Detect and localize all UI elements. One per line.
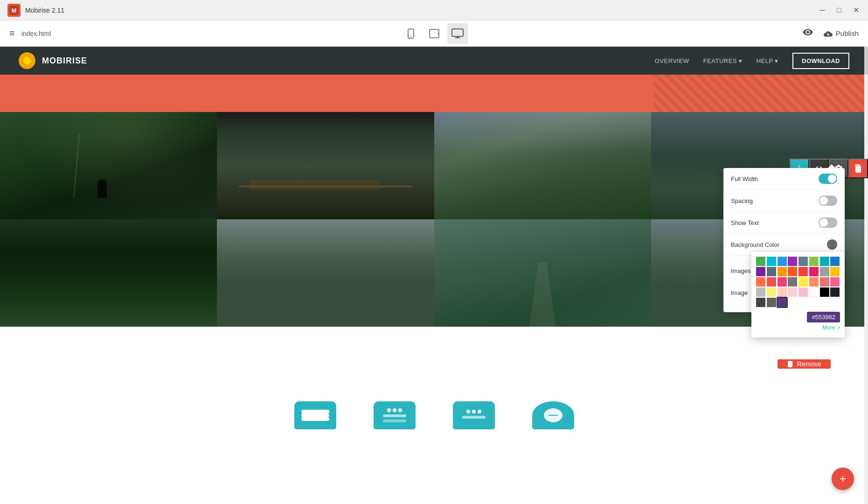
color-swatch-lightrose[interactable] (788, 287, 797, 297)
color-hex-row: #553982 (756, 310, 840, 322)
color-swatch-teal[interactable] (767, 257, 776, 266)
remove-block-button[interactable]: Remove (778, 359, 831, 369)
photo-cell-2 (217, 112, 434, 219)
photo-cell-3 (434, 112, 651, 219)
title-bar: M Mobirise 2.11 ─ □ ✕ (0, 0, 868, 21)
color-swatch-black[interactable] (820, 287, 829, 297)
color-swatch-cyan[interactable] (820, 257, 829, 266)
color-swatch-deeporange[interactable] (788, 267, 797, 276)
hamburger-menu-button[interactable]: ≡ (9, 28, 15, 39)
desktop-view-button[interactable] (447, 23, 468, 44)
color-swatch-blue[interactable] (778, 257, 787, 266)
photo-cell-7 (434, 219, 651, 327)
showtext-toggle[interactable] (819, 217, 837, 228)
file-name-label: index.html (21, 30, 51, 37)
color-swatch-red[interactable] (799, 267, 808, 276)
preview-button[interactable] (802, 27, 813, 41)
cloud-upload-icon (823, 28, 833, 39)
color-swatch-hotpink[interactable] (830, 277, 840, 287)
color-hex-value[interactable]: #553982 (807, 312, 840, 322)
color-swatch-darkpurple[interactable] (756, 267, 765, 276)
icon-lines-1 (301, 413, 329, 417)
mobile-view-button[interactable] (401, 23, 421, 44)
add-icon: + (840, 472, 846, 485)
color-swatch-rose[interactable] (820, 277, 829, 287)
fullwidth-toggle-knob (828, 175, 836, 183)
color-swatch-darkblue[interactable] (830, 257, 840, 266)
site-logo-inner (22, 56, 32, 66)
teal-icon-1 (294, 401, 336, 429)
color-swatch-salmon[interactable] (756, 277, 765, 287)
teal-icon-2 (374, 401, 416, 429)
color-more-link[interactable]: More > (756, 322, 840, 333)
color-swatch-blush[interactable] (799, 287, 808, 297)
diagonal-stripe-pattern (653, 75, 868, 112)
nav-link-features[interactable]: FEATURES (703, 57, 743, 64)
color-swatch-green[interactable] (756, 257, 765, 266)
close-icon: ✕ (853, 6, 859, 14)
scrollbar[interactable] (864, 47, 868, 504)
color-swatch-darkbluegrey[interactable] (767, 267, 776, 276)
forest-photo-5 (0, 219, 217, 327)
color-swatch-bluegrey[interactable] (799, 257, 808, 266)
toolbar-left: ≡ index.html (9, 28, 51, 39)
color-swatch-med2[interactable] (767, 298, 776, 307)
spacing-toggle[interactable] (819, 196, 837, 206)
color-swatch-lightsalmon[interactable] (778, 287, 787, 297)
nav-link-overview[interactable]: OVERVIEW (655, 57, 689, 64)
color-swatch-peach[interactable] (809, 277, 819, 287)
color-swatch-lightgrey[interactable] (756, 287, 765, 297)
teal-icon-4 (532, 401, 574, 429)
remove-trash-icon (787, 361, 793, 367)
desktop-icon (451, 28, 464, 39)
color-swatch-lightyellow[interactable] (767, 287, 776, 297)
forest-photo-3 (434, 112, 651, 219)
nav-link-help[interactable]: HELP (757, 57, 778, 64)
site-nav-links: OVERVIEW FEATURES HELP DOWNLOAD (655, 53, 849, 69)
color-swatch-yellow[interactable] (799, 277, 808, 287)
download-button[interactable]: DOWNLOAD (792, 53, 849, 69)
tablet-icon (429, 28, 440, 39)
color-swatch-white[interactable] (809, 287, 819, 297)
color-swatch-lightgreen[interactable] (809, 257, 819, 266)
remove-label: Remove (797, 360, 821, 368)
color-swatch-lightpink[interactable] (778, 277, 787, 287)
block-delete-button[interactable] (848, 159, 868, 178)
scrollbar-thumb[interactable] (864, 47, 868, 75)
color-swatch-medgrey[interactable] (788, 277, 797, 287)
add-section-button[interactable]: + (832, 468, 854, 490)
site-logo-area: MOBIRISE (19, 52, 87, 69)
teal-icon-3 (453, 401, 495, 429)
svg-rect-6 (452, 29, 463, 36)
close-button[interactable]: ✕ (851, 6, 861, 15)
minimize-button[interactable]: ─ (818, 6, 827, 15)
maximize-button[interactable]: □ (834, 6, 844, 15)
color-swatch-orange[interactable] (778, 267, 787, 276)
bgcolor-color-swatch[interactable] (827, 239, 837, 250)
color-swatch-nearblack[interactable] (830, 287, 840, 297)
trash-icon (854, 164, 862, 173)
spacing-toggle-knob (819, 196, 828, 205)
color-swatch-pink[interactable] (809, 267, 819, 276)
color-swatch-grey[interactable] (820, 267, 829, 276)
forest-photo-6 (217, 219, 434, 327)
color-swatch-lightred[interactable] (767, 277, 776, 287)
site-brand-name: MOBIRISE (42, 56, 87, 66)
images-label: Images (731, 267, 751, 274)
icon-item-3 (453, 401, 495, 429)
app-logo: M (7, 4, 21, 17)
settings-row-fullwidth: Full Width (723, 168, 845, 190)
mobile-icon (406, 28, 416, 39)
showtext-label: Show Text (731, 219, 759, 226)
color-swatch-darkgrey2[interactable] (756, 298, 765, 307)
site-navbar: MOBIRISE OVERVIEW FEATURES HELP DOWNLOAD (0, 47, 868, 75)
photo-cell-5 (0, 219, 217, 327)
color-swatch-purple[interactable] (788, 257, 797, 266)
svg-point-5 (437, 33, 438, 34)
tablet-view-button[interactable] (424, 23, 444, 44)
publish-button[interactable]: Publish (823, 28, 859, 39)
color-swatch-amber[interactable] (830, 267, 840, 276)
title-bar-left: M Mobirise 2.11 (7, 4, 64, 17)
fullwidth-toggle[interactable] (819, 174, 837, 184)
color-swatch-selected[interactable] (778, 298, 787, 307)
